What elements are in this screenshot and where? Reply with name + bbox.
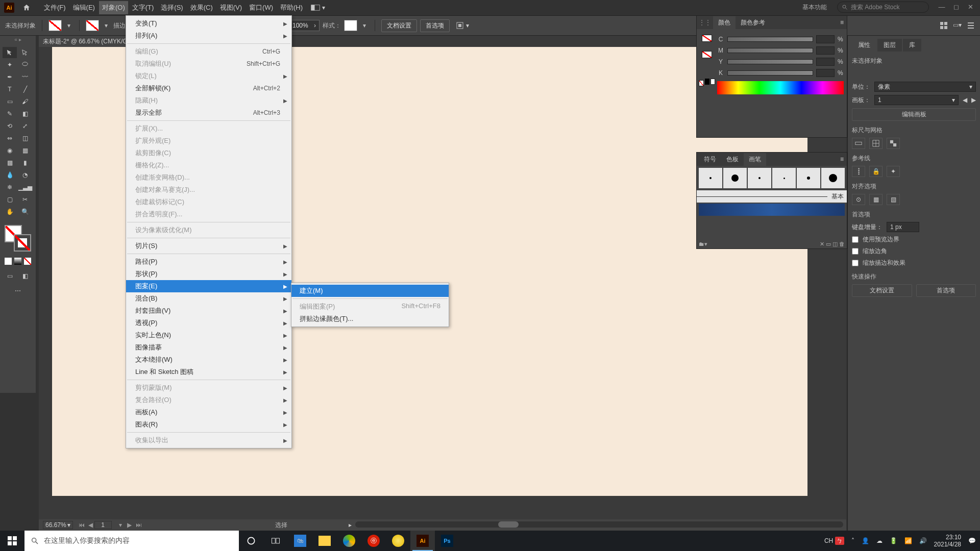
curvature-tool[interactable]: 〰 <box>18 71 32 83</box>
task-photoshop[interactable]: Ps <box>435 531 459 551</box>
k-slider[interactable] <box>727 70 813 76</box>
edit-toolbar[interactable]: ⋯ <box>0 285 36 296</box>
type-tool[interactable]: T <box>3 84 17 95</box>
cb-scale-corners[interactable] <box>852 248 859 255</box>
artboard-next-icon[interactable]: ▶ <box>971 96 976 104</box>
min-icon[interactable]: — <box>937 2 946 11</box>
submenu-item[interactable]: 拼贴边缘颜色(T)... <box>291 313 449 325</box>
artboard-nav[interactable]: ⏮◀ <box>78 521 94 529</box>
c-slider[interactable] <box>727 37 813 42</box>
workspace-switch[interactable]: ▾ <box>311 4 325 11</box>
fill-stroke-control[interactable] <box>5 225 31 252</box>
fill-dd[interactable]: ▾ <box>65 20 73 31</box>
tray-clock[interactable]: 23:102021/4/28 <box>934 534 961 548</box>
tray-wifi-icon[interactable]: 📶 <box>904 537 912 544</box>
stroke-swatch[interactable] <box>86 20 99 31</box>
menu-item[interactable]: Line 和 Sketch 图稿▶ <box>126 366 291 378</box>
align-to-dd[interactable]: ▾ <box>456 21 469 30</box>
tray-cloud-icon[interactable]: ☁ <box>876 537 883 544</box>
snap-point-icon[interactable]: ⊙ <box>852 194 865 205</box>
menu-type[interactable]: 文字(T) <box>129 1 157 14</box>
taskview-icon[interactable] <box>263 531 288 551</box>
guides-vis-icon[interactable]: ┋ <box>852 166 865 177</box>
guides-lock-icon[interactable]: 🔒 <box>869 166 883 177</box>
snap-pixel-icon[interactable]: ▧ <box>887 194 900 205</box>
gradient-tool[interactable]: ▮ <box>18 157 32 168</box>
color-tab[interactable]: 颜色 <box>713 16 736 29</box>
tray-battery-icon[interactable]: 🔋 <box>890 537 897 544</box>
unit-select[interactable]: 像素▾ <box>874 82 976 92</box>
menu-item[interactable]: 变换(T)▶ <box>126 17 291 30</box>
panel-white-icon[interactable] <box>710 79 716 85</box>
zoom-combo[interactable]: 66.67% ▾ <box>43 521 73 529</box>
symbol-spray-tool[interactable]: ❄ <box>3 182 17 193</box>
menu-object[interactable]: 对象(O) <box>99 1 128 14</box>
menu-item[interactable]: 混合(B)▶ <box>126 292 291 305</box>
max-icon[interactable]: ◻ <box>951 2 961 11</box>
menu-item[interactable]: 路径(P)▶ <box>126 256 291 268</box>
style-swatch[interactable] <box>344 20 357 31</box>
cb-preview-bounds[interactable] <box>852 236 859 243</box>
direct-select-tool[interactable] <box>18 47 32 58</box>
brush-art-sample[interactable] <box>699 204 845 216</box>
panel-none-icon[interactable] <box>699 80 704 86</box>
brushes-tab[interactable]: 画笔 <box>744 153 766 166</box>
cb-scale-strokes[interactable] <box>852 260 859 266</box>
brush-new-icon[interactable]: ◫ <box>832 241 838 247</box>
perspective-tool[interactable]: ▦ <box>18 145 32 156</box>
screen-mode[interactable]: ▭ <box>3 270 17 282</box>
menu-item[interactable]: 画板(A)▶ <box>126 406 291 418</box>
slice-tool[interactable]: ✂ <box>18 194 32 205</box>
expand-status-icon[interactable]: ▸ <box>349 521 352 529</box>
menu-item[interactable]: 显示全部Alt+Ctrl+3 <box>126 107 291 119</box>
c-value[interactable] <box>816 35 835 43</box>
task-explorer[interactable] <box>312 531 337 551</box>
menu-item[interactable]: 实时上色(N)▶ <box>126 329 291 341</box>
artboard-nav-right[interactable]: ▾▶⏭ <box>117 521 142 529</box>
hand-tool[interactable]: ✋ <box>3 206 17 217</box>
opacity-combo[interactable]: › <box>290 20 320 31</box>
menu-item[interactable]: 透视(P)▶ <box>126 317 291 329</box>
swatches-tab[interactable]: 色板 <box>721 153 744 166</box>
fill-swatch[interactable] <box>48 20 62 31</box>
menu-window[interactable]: 窗口(W) <box>246 1 276 14</box>
k-value[interactable] <box>816 69 835 77</box>
m-value[interactable] <box>816 46 835 55</box>
y-value[interactable] <box>816 58 835 66</box>
panel-stroke-swatch[interactable] <box>702 51 712 58</box>
brush-options-icon[interactable]: ▭ <box>826 241 831 247</box>
pen-tool[interactable]: ✒ <box>3 71 17 83</box>
stock-search[interactable]: 搜索 Adobe Stock <box>837 2 929 13</box>
line-tool[interactable]: ╱ <box>18 84 32 95</box>
color-guide-tab[interactable]: 颜色参考 <box>736 16 770 29</box>
list-icon[interactable] <box>967 21 975 30</box>
menu-item[interactable]: 排列(A)▶ <box>126 30 291 42</box>
graph-tool[interactable]: ▁▃▅ <box>18 182 32 193</box>
transparency-grid-icon[interactable] <box>887 138 900 149</box>
home-icon[interactable] <box>20 2 33 14</box>
artboard-index[interactable]: 1 <box>94 521 112 529</box>
smart-guides-icon[interactable]: ✦ <box>887 166 900 177</box>
menu-item[interactable]: 形状(P)▶ <box>126 268 291 280</box>
grid-icon[interactable] <box>940 21 948 30</box>
toolbar-grip[interactable]: « ▸ <box>0 36 36 43</box>
menu-item[interactable]: 全部解锁(K)Alt+Ctrl+2 <box>126 82 291 94</box>
ruler-icon[interactable] <box>852 138 865 149</box>
tab-libraries[interactable]: 库 <box>903 39 921 52</box>
color-panel[interactable]: ◂◂✕ ⋮⋮ 颜色 颜色参考 ≡ C% M% Y% K% <box>696 15 847 138</box>
task-browser[interactable] <box>337 531 361 551</box>
rect-tool[interactable]: ▭ <box>3 96 17 107</box>
shaper-tool[interactable]: ✎ <box>3 108 17 119</box>
m-slider[interactable] <box>727 48 813 53</box>
taskbar-search[interactable]: 在这里输入你要搜索的内容 <box>24 531 239 551</box>
width-tool[interactable]: ⇔ <box>3 133 17 144</box>
task-store[interactable]: 🛍 <box>288 531 312 551</box>
panel-black-icon[interactable] <box>705 79 709 85</box>
panel-grip-icon[interactable]: ⋮⋮ <box>699 19 711 26</box>
ime-indicator[interactable]: CH ㄅ <box>824 537 844 545</box>
menu-item[interactable]: 图案(E)▶ <box>126 280 291 292</box>
lasso-tool[interactable] <box>18 59 32 70</box>
grid-icon[interactable] <box>869 138 883 149</box>
snap-grid-icon[interactable]: ▦ <box>869 194 883 205</box>
quick-docsetup-button[interactable]: 文档设置 <box>852 284 912 297</box>
